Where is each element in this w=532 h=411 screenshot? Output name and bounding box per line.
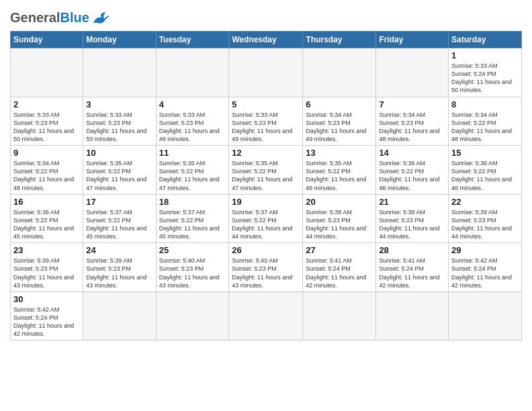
day-number: 11 (159, 148, 226, 158)
day-number: 8 (451, 99, 519, 109)
day-info: Sunrise: 5:35 AMSunset: 5:22 PMDaylight:… (86, 159, 152, 192)
weekday-header-sunday: Sunday (11, 32, 83, 48)
calendar-week-row: 2Sunrise: 5:33 AMSunset: 5:23 PMDaylight… (11, 97, 522, 146)
day-number: 7 (379, 99, 445, 109)
day-number: 15 (451, 148, 519, 158)
calendar-day-cell: 14Sunrise: 5:36 AMSunset: 5:22 PMDayligh… (376, 146, 449, 195)
day-info: Sunrise: 5:33 AMSunset: 5:23 PMDaylight:… (13, 111, 80, 144)
day-number: 22 (451, 197, 519, 207)
calendar-day-cell (303, 291, 376, 340)
calendar-day-cell: 25Sunrise: 5:40 AMSunset: 5:23 PMDayligh… (156, 243, 229, 292)
calendar-day-cell (83, 291, 156, 340)
calendar-day-cell: 4Sunrise: 5:33 AMSunset: 5:23 PMDaylight… (156, 97, 229, 146)
day-number: 23 (13, 245, 80, 255)
day-info: Sunrise: 5:38 AMSunset: 5:23 PMDaylight:… (306, 208, 373, 241)
calendar-day-cell (83, 48, 156, 97)
day-number: 24 (86, 245, 152, 255)
calendar-day-cell: 29Sunrise: 5:42 AMSunset: 5:24 PMDayligh… (449, 243, 522, 292)
calendar-day-cell: 3Sunrise: 5:33 AMSunset: 5:23 PMDaylight… (83, 97, 156, 146)
weekday-header-thursday: Thursday (303, 32, 376, 48)
header: General Blue (10, 7, 522, 26)
calendar-day-cell (229, 291, 303, 340)
calendar-day-cell: 15Sunrise: 5:36 AMSunset: 5:22 PMDayligh… (449, 146, 522, 195)
day-info: Sunrise: 5:33 AMSunset: 5:24 PMDaylight:… (451, 62, 519, 95)
day-info: Sunrise: 5:34 AMSunset: 5:23 PMDaylight:… (306, 111, 373, 144)
calendar-day-cell: 20Sunrise: 5:38 AMSunset: 5:23 PMDayligh… (303, 194, 376, 243)
day-info: Sunrise: 5:33 AMSunset: 5:23 PMDaylight:… (159, 111, 226, 144)
calendar-day-cell: 13Sunrise: 5:35 AMSunset: 5:22 PMDayligh… (303, 146, 376, 195)
calendar-day-cell (303, 48, 376, 97)
day-number: 26 (232, 245, 300, 255)
day-info: Sunrise: 5:35 AMSunset: 5:22 PMDaylight:… (306, 159, 373, 192)
calendar-day-cell: 24Sunrise: 5:39 AMSunset: 5:23 PMDayligh… (83, 243, 156, 292)
day-info: Sunrise: 5:37 AMSunset: 5:22 PMDaylight:… (159, 208, 226, 241)
calendar-day-cell: 16Sunrise: 5:36 AMSunset: 5:22 PMDayligh… (11, 194, 83, 243)
calendar-day-cell (449, 291, 522, 340)
day-info: Sunrise: 5:33 AMSunset: 5:23 PMDaylight:… (86, 111, 152, 144)
day-number: 18 (159, 197, 226, 207)
day-info: Sunrise: 5:34 AMSunset: 5:22 PMDaylight:… (451, 111, 519, 144)
calendar-day-cell: 22Sunrise: 5:39 AMSunset: 5:23 PMDayligh… (449, 194, 522, 243)
calendar-day-cell: 12Sunrise: 5:35 AMSunset: 5:22 PMDayligh… (229, 146, 303, 195)
calendar-day-cell: 27Sunrise: 5:41 AMSunset: 5:24 PMDayligh… (303, 243, 376, 292)
weekday-header-monday: Monday (83, 32, 156, 48)
day-info: Sunrise: 5:35 AMSunset: 5:22 PMDaylight:… (159, 159, 226, 192)
day-number: 16 (13, 197, 80, 207)
day-number: 28 (379, 245, 445, 255)
day-info: Sunrise: 5:39 AMSunset: 5:23 PMDaylight:… (13, 257, 80, 289)
logo-general-text: General (10, 10, 60, 26)
calendar-day-cell: 11Sunrise: 5:35 AMSunset: 5:22 PMDayligh… (156, 146, 229, 195)
day-number: 2 (13, 99, 80, 109)
weekday-header-tuesday: Tuesday (156, 32, 229, 48)
calendar-day-cell: 17Sunrise: 5:37 AMSunset: 5:22 PMDayligh… (83, 194, 156, 243)
day-info: Sunrise: 5:36 AMSunset: 5:22 PMDaylight:… (451, 159, 519, 192)
calendar-day-cell: 26Sunrise: 5:40 AMSunset: 5:23 PMDayligh… (229, 243, 303, 292)
calendar-day-cell (156, 291, 229, 340)
day-info: Sunrise: 5:36 AMSunset: 5:22 PMDaylight:… (13, 208, 80, 241)
calendar-day-cell: 7Sunrise: 5:34 AMSunset: 5:23 PMDaylight… (376, 97, 449, 146)
calendar-day-cell: 6Sunrise: 5:34 AMSunset: 5:23 PMDaylight… (303, 97, 376, 146)
calendar-day-cell: 8Sunrise: 5:34 AMSunset: 5:22 PMDaylight… (449, 97, 522, 146)
day-info: Sunrise: 5:42 AMSunset: 5:24 PMDaylight:… (13, 306, 80, 338)
calendar-day-cell: 1Sunrise: 5:33 AMSunset: 5:24 PMDaylight… (449, 48, 522, 97)
calendar-week-row: 30Sunrise: 5:42 AMSunset: 5:24 PMDayligh… (11, 291, 522, 340)
calendar-day-cell: 9Sunrise: 5:34 AMSunset: 5:22 PMDaylight… (11, 146, 83, 195)
day-number: 27 (306, 245, 373, 255)
calendar-day-cell: 10Sunrise: 5:35 AMSunset: 5:22 PMDayligh… (83, 146, 156, 195)
logo-blue-text: Blue (60, 10, 89, 26)
day-info: Sunrise: 5:41 AMSunset: 5:24 PMDaylight:… (306, 257, 373, 289)
day-number: 10 (86, 148, 152, 158)
day-number: 12 (232, 148, 300, 158)
calendar-day-cell: 18Sunrise: 5:37 AMSunset: 5:22 PMDayligh… (156, 194, 229, 243)
day-number: 25 (159, 245, 226, 255)
day-info: Sunrise: 5:39 AMSunset: 5:23 PMDaylight:… (86, 257, 152, 289)
day-number: 9 (13, 148, 80, 158)
day-number: 17 (86, 197, 152, 207)
calendar-day-cell: 23Sunrise: 5:39 AMSunset: 5:23 PMDayligh… (11, 243, 83, 292)
day-number: 21 (379, 197, 445, 207)
weekday-header-wednesday: Wednesday (229, 32, 303, 48)
day-info: Sunrise: 5:34 AMSunset: 5:23 PMDaylight:… (379, 111, 445, 144)
calendar-week-row: 9Sunrise: 5:34 AMSunset: 5:22 PMDaylight… (11, 146, 522, 195)
day-number: 30 (13, 294, 80, 304)
weekday-header-row: SundayMondayTuesdayWednesdayThursdayFrid… (11, 32, 522, 48)
day-info: Sunrise: 5:42 AMSunset: 5:24 PMDaylight:… (451, 257, 519, 289)
calendar-day-cell: 19Sunrise: 5:37 AMSunset: 5:22 PMDayligh… (229, 194, 303, 243)
day-number: 14 (379, 148, 445, 158)
calendar-week-row: 16Sunrise: 5:36 AMSunset: 5:22 PMDayligh… (11, 194, 522, 243)
calendar-day-cell: 21Sunrise: 5:38 AMSunset: 5:23 PMDayligh… (376, 194, 449, 243)
day-info: Sunrise: 5:34 AMSunset: 5:22 PMDaylight:… (13, 159, 80, 192)
day-number: 3 (86, 99, 152, 109)
weekday-header-friday: Friday (376, 32, 449, 48)
day-info: Sunrise: 5:35 AMSunset: 5:22 PMDaylight:… (232, 159, 300, 192)
day-number: 20 (306, 197, 373, 207)
day-info: Sunrise: 5:41 AMSunset: 5:24 PMDaylight:… (379, 257, 445, 289)
day-number: 29 (451, 245, 519, 255)
calendar-day-cell (156, 48, 229, 97)
day-info: Sunrise: 5:33 AMSunset: 5:23 PMDaylight:… (232, 111, 300, 144)
day-number: 1 (451, 50, 519, 60)
day-info: Sunrise: 5:36 AMSunset: 5:22 PMDaylight:… (379, 159, 445, 192)
calendar-day-cell (229, 48, 303, 97)
calendar-day-cell: 28Sunrise: 5:41 AMSunset: 5:24 PMDayligh… (376, 243, 449, 292)
calendar-day-cell: 2Sunrise: 5:33 AMSunset: 5:23 PMDaylight… (11, 97, 83, 146)
